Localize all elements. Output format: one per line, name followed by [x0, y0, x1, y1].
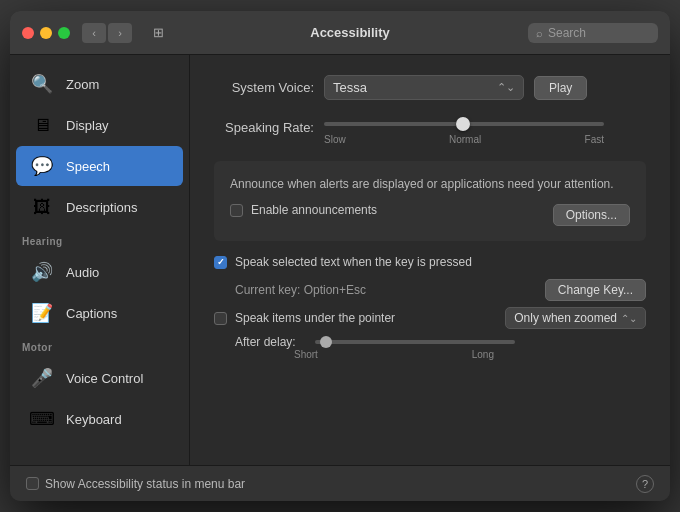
enable-announcements-label: Enable announcements: [251, 203, 377, 217]
sidebar-item-audio[interactable]: 🔊 Audio: [16, 252, 183, 292]
delay-slider-thumb[interactable]: [320, 336, 332, 348]
speak-pointer-label: Speak items under the pointer: [235, 311, 395, 325]
search-placeholder: Search: [548, 26, 586, 40]
sidebar-item-zoom[interactable]: 🔍 Zoom: [16, 64, 183, 104]
window: ‹ › ⊞ Accessibility ⌕ Search 🔍 Zoom 🖥 Di…: [10, 11, 670, 501]
current-key-label: Current key: Option+Esc: [235, 283, 366, 297]
motor-section-label: Motor: [10, 334, 189, 357]
long-label: Long: [472, 349, 494, 360]
slider-labels: Slow Normal Fast: [324, 134, 604, 145]
rate-container: Slow Normal Fast: [324, 116, 604, 145]
system-voice-label: System Voice:: [214, 80, 314, 95]
voicecontrol-icon: 🎤: [28, 364, 56, 392]
delay-labels: Short Long: [294, 349, 494, 360]
sidebar-item-voicecontrol[interactable]: 🎤 Voice Control: [16, 358, 183, 398]
zoom-icon: 🔍: [28, 70, 56, 98]
search-icon: ⌕: [536, 27, 543, 39]
forward-button[interactable]: ›: [108, 23, 132, 43]
sidebar-item-display[interactable]: 🖥 Display: [16, 105, 183, 145]
speak-pointer-checkbox[interactable]: [214, 312, 227, 325]
dropdown-arrow-icon: ⌃⌄: [497, 81, 515, 94]
speak-selected-row: Speak selected text when the key is pres…: [214, 255, 646, 269]
bottom-bar: Show Accessibility status in menu bar ?: [10, 465, 670, 501]
titlebar: ‹ › ⊞ Accessibility ⌕ Search: [10, 11, 670, 55]
current-key-row: Current key: Option+Esc Change Key...: [235, 279, 646, 301]
help-button[interactable]: ?: [636, 475, 654, 493]
close-button[interactable]: [22, 27, 34, 39]
search-box[interactable]: ⌕ Search: [528, 23, 658, 43]
menubar-label: Show Accessibility status in menu bar: [45, 477, 245, 491]
menubar-checkbox[interactable]: [26, 477, 39, 490]
zoomed-value: Only when zoomed: [514, 311, 617, 325]
speaking-rate-label: Speaking Rate:: [214, 116, 314, 135]
sidebar-item-keyboard[interactable]: ⌨ Keyboard: [16, 399, 183, 439]
content-panel: System Voice: Tessa ⌃⌄ Play Speaking Rat…: [190, 55, 670, 465]
back-button[interactable]: ‹: [82, 23, 106, 43]
main-content: 🔍 Zoom 🖥 Display 💬 Speech 🖼 Descriptions…: [10, 55, 670, 465]
audio-icon: 🔊: [28, 258, 56, 286]
captions-icon: 📝: [28, 299, 56, 327]
announce-box: Announce when alerts are displayed or ap…: [214, 161, 646, 241]
minimize-button[interactable]: [40, 27, 52, 39]
announce-text: Announce when alerts are displayed or ap…: [230, 175, 630, 193]
maximize-button[interactable]: [58, 27, 70, 39]
play-button[interactable]: Play: [534, 76, 587, 100]
display-icon: 🖥: [28, 111, 56, 139]
delay-slider[interactable]: [315, 340, 515, 344]
speech-icon: 💬: [28, 152, 56, 180]
short-label: Short: [294, 349, 318, 360]
change-key-button[interactable]: Change Key...: [545, 279, 646, 301]
slow-label: Slow: [324, 134, 346, 145]
speak-selected-checkbox[interactable]: [214, 256, 227, 269]
grid-button[interactable]: ⊞: [144, 23, 172, 43]
descriptions-icon: 🖼: [28, 193, 56, 221]
enable-announcements-checkbox[interactable]: [230, 204, 243, 217]
speak-pointer-row: Speak items under the pointer Only when …: [214, 307, 646, 329]
keyboard-icon: ⌨: [28, 405, 56, 433]
after-delay-label: After delay:: [235, 335, 305, 349]
window-title: Accessibility: [180, 25, 520, 40]
voice-dropdown[interactable]: Tessa ⌃⌄: [324, 75, 524, 100]
delay-row: After delay:: [235, 335, 646, 349]
enable-announcements-row: Enable announcements: [230, 203, 377, 217]
voice-value: Tessa: [333, 80, 367, 95]
speaking-rate-row: Speaking Rate: Slow Normal Fast: [214, 116, 646, 145]
rate-slider-thumb[interactable]: [456, 117, 470, 131]
zoomed-arrow-icon: ⌃⌄: [621, 313, 637, 324]
fast-label: Fast: [585, 134, 604, 145]
sidebar: 🔍 Zoom 🖥 Display 💬 Speech 🖼 Descriptions…: [10, 55, 190, 465]
hearing-section-label: Hearing: [10, 228, 189, 251]
system-voice-row: System Voice: Tessa ⌃⌄ Play: [214, 75, 646, 100]
sidebar-item-speech[interactable]: 💬 Speech: [16, 146, 183, 186]
sidebar-item-descriptions[interactable]: 🖼 Descriptions: [16, 187, 183, 227]
speak-selected-label: Speak selected text when the key is pres…: [235, 255, 472, 269]
rate-slider[interactable]: [324, 122, 604, 126]
nav-buttons: ‹ ›: [82, 23, 132, 43]
traffic-lights: [22, 27, 70, 39]
normal-label: Normal: [449, 134, 481, 145]
only-when-zoomed-dropdown[interactable]: Only when zoomed ⌃⌄: [505, 307, 646, 329]
menubar-row: Show Accessibility status in menu bar: [26, 477, 245, 491]
sidebar-item-captions[interactable]: 📝 Captions: [16, 293, 183, 333]
options-button[interactable]: Options...: [553, 204, 630, 226]
